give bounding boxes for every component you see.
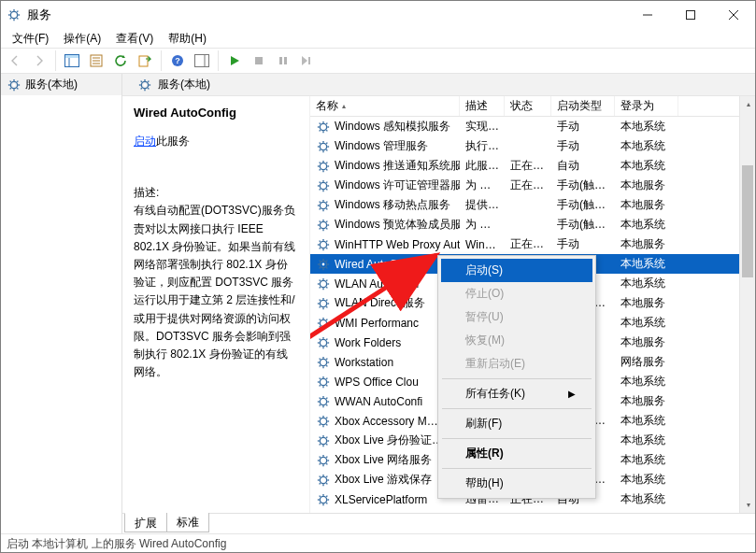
col-header-start[interactable]: 启动类型 xyxy=(551,96,615,116)
service-desc-cell: 提供… xyxy=(460,197,505,213)
service-gear-icon xyxy=(316,198,331,213)
app-gear-icon xyxy=(7,7,21,22)
status-bar: 启动 本地计算机 上的服务 Wired AutoConfig xyxy=(1,533,755,552)
service-restart-button[interactable] xyxy=(296,50,319,72)
start-service-link[interactable]: 启动 xyxy=(134,135,156,148)
service-start-cell: 手动 xyxy=(551,138,615,154)
service-row[interactable]: Windows 推送通知系统服务此服…正在…自动本地系统 xyxy=(310,156,755,176)
svg-rect-29 xyxy=(308,57,310,64)
titlebar: 服务 xyxy=(1,1,755,29)
toolbar-preview-icon[interactable] xyxy=(191,50,213,72)
service-row[interactable]: Windows 感知模拟服务实现…手动本地系统 xyxy=(310,117,755,136)
service-gear-icon xyxy=(316,178,331,193)
ctx-props[interactable]: 属性(R) xyxy=(441,442,592,465)
col-header-name[interactable]: 名称▴ xyxy=(310,96,460,116)
service-state-cell: 正在… xyxy=(505,177,551,193)
tab-standard[interactable]: 标准 xyxy=(166,513,209,532)
service-row[interactable]: Windows 管理服务执行…手动本地系统 xyxy=(310,136,755,156)
service-gear-icon xyxy=(316,218,331,233)
menu-help[interactable]: 帮助(H) xyxy=(161,29,214,48)
service-logon-cell: 本地系统 xyxy=(615,138,678,154)
service-name-cell: WLAN AutoConfi xyxy=(335,277,419,291)
ctx-stop[interactable]: 停止(O) xyxy=(441,282,592,305)
service-pause-button[interactable] xyxy=(272,50,294,72)
ctx-help[interactable]: 帮助(H) xyxy=(441,472,592,495)
service-gear-icon xyxy=(316,335,331,350)
view-tabs: 扩展 标准 xyxy=(122,513,755,533)
service-start-cell: 手动 xyxy=(551,236,615,252)
sort-asc-icon: ▴ xyxy=(342,102,346,110)
service-state-cell: 正在… xyxy=(505,158,551,174)
tree-item-services-local[interactable]: 服务(本地) xyxy=(1,74,121,95)
nav-forward-button[interactable] xyxy=(28,50,50,72)
results-header-label: 服务(本地) xyxy=(158,77,210,92)
vertical-scrollbar[interactable]: ▴ ▾ xyxy=(739,96,755,513)
svg-rect-21 xyxy=(139,56,148,66)
service-state-cell: 正在… xyxy=(505,236,551,252)
service-logon-cell: 本地服务 xyxy=(615,197,678,213)
ctx-pause[interactable]: 暂停(U) xyxy=(441,305,592,329)
service-row[interactable]: Windows 移动热点服务提供…手动(触发…本地服务 xyxy=(310,195,755,215)
ctx-alltasks[interactable]: 所有任务(K)▶ xyxy=(441,382,592,405)
service-gear-icon xyxy=(316,257,331,272)
service-logon-cell: 网络服务 xyxy=(615,354,678,370)
toolbar-export-icon[interactable] xyxy=(134,50,156,72)
tab-extended[interactable]: 扩展 xyxy=(124,513,167,532)
service-gear-icon xyxy=(316,414,331,429)
service-name-cell: Work Folders xyxy=(335,336,401,349)
service-gear-icon xyxy=(316,394,331,409)
window-close-button[interactable] xyxy=(712,1,755,29)
svg-rect-11 xyxy=(687,11,695,20)
service-name-cell: Xbox Live 身份验证… xyxy=(335,432,443,448)
service-row[interactable]: WinHTTP Web Proxy Aut…Win…正在…手动本地服务 xyxy=(310,234,755,254)
toolbar-properties-icon[interactable] xyxy=(85,50,107,72)
ctx-refresh[interactable]: 刷新(F) xyxy=(441,412,592,435)
svg-rect-26 xyxy=(255,57,263,64)
service-start-cell: 手动 xyxy=(551,119,615,135)
service-desc-cell: 为 W… xyxy=(460,217,505,233)
service-gear-icon xyxy=(316,375,331,390)
toolbar-help-icon[interactable]: ? xyxy=(166,50,189,72)
scroll-thumb[interactable] xyxy=(742,165,753,277)
service-start-cell: 手动(触发… xyxy=(551,217,615,233)
menu-view[interactable]: 查看(V) xyxy=(108,29,161,48)
window-maximize-button[interactable] xyxy=(669,1,712,29)
svg-rect-27 xyxy=(279,57,282,64)
service-gear-icon xyxy=(316,237,331,252)
results-header: 服务(本地) xyxy=(122,74,755,96)
nav-back-button[interactable] xyxy=(4,50,26,72)
window-title: 服务 xyxy=(27,7,626,23)
service-name-cell: Windows 管理服务 xyxy=(335,138,428,154)
col-header-logon[interactable]: 登录为 xyxy=(615,96,678,116)
description-label: 描述: xyxy=(134,184,298,202)
service-logon-cell: 本地系统 xyxy=(615,315,678,331)
service-name-cell: WMI Performanc xyxy=(335,317,419,330)
service-logon-cell: 本地服务 xyxy=(615,177,678,193)
service-name-cell: Windows 许可证管理器服务 xyxy=(335,177,460,193)
tree-gear-icon xyxy=(7,78,21,92)
scroll-down-icon[interactable]: ▾ xyxy=(740,497,755,513)
service-start-button[interactable] xyxy=(223,50,246,72)
service-name-cell: WPS Office Clou xyxy=(335,376,419,389)
service-row[interactable]: Windows 许可证管理器服务为 M…正在…手动(触发…本地服务 xyxy=(310,176,755,195)
ctx-resume[interactable]: 恢复(M) xyxy=(441,329,592,352)
service-logon-cell: 本地系统 xyxy=(615,452,678,468)
col-header-desc[interactable]: 描述 xyxy=(460,96,505,116)
window-minimize-button[interactable] xyxy=(626,1,669,29)
menu-action[interactable]: 操作(A) xyxy=(56,29,108,48)
service-start-cell: 自动 xyxy=(551,158,615,174)
service-gear-icon xyxy=(316,120,331,135)
toolbar-panes-icon[interactable] xyxy=(61,50,83,72)
ctx-start[interactable]: 启动(S) xyxy=(441,259,592,282)
scroll-up-icon[interactable]: ▴ xyxy=(740,96,755,112)
service-gear-icon xyxy=(316,316,331,331)
toolbar-refresh-icon[interactable] xyxy=(109,50,132,72)
ctx-restart[interactable]: 重新启动(E) xyxy=(441,352,592,376)
col-header-state[interactable]: 状态 xyxy=(505,96,551,116)
service-gear-icon xyxy=(316,433,331,448)
service-gear-icon xyxy=(316,473,331,488)
menu-file[interactable]: 文件(F) xyxy=(5,29,56,48)
service-row[interactable]: Windows 预览体验成员服务为 W…手动(触发…本地系统 xyxy=(310,215,755,234)
service-stop-button[interactable] xyxy=(248,50,270,72)
service-start-cell: 手动(触发… xyxy=(551,177,615,193)
